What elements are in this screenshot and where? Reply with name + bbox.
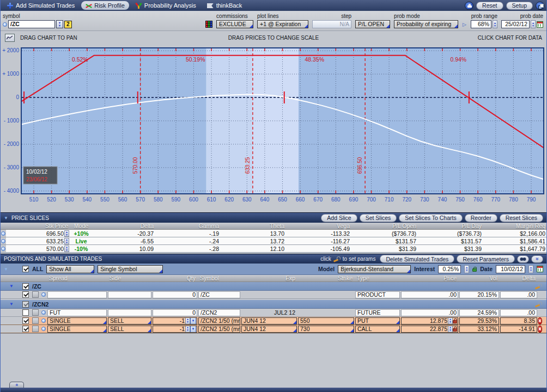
qty-cell[interactable]: -1▲▼▼ (153, 317, 197, 324)
collapse-triangle-icon[interactable]: ▼ (4, 267, 8, 272)
row-options-button[interactable] (32, 317, 39, 324)
slice-mode[interactable]: +10% (70, 230, 92, 237)
set-slices-to-charts-button[interactable]: Set Slices To Charts (399, 214, 462, 222)
collapse-triangle-icon[interactable]: ▼ (1, 284, 22, 289)
type-cell[interactable]: CALL (355, 326, 400, 333)
symbol-count-badge[interactable]: 2 (64, 21, 72, 28)
calendar-icon[interactable] (537, 266, 543, 272)
price-cell[interactable]: .00 (401, 291, 458, 298)
column-header-symbol[interactable]: Symbol (198, 275, 241, 281)
slice-bubble-icon[interactable] (1, 239, 5, 243)
slice-price-spinner[interactable]: ▲▼ (64, 238, 69, 244)
all-checkbox[interactable] (22, 266, 29, 272)
print-button[interactable] (465, 2, 473, 10)
model-dropdown[interactable]: Bjerksund-Stensland (338, 265, 411, 273)
prob-date-field[interactable]: 25/02/12 (501, 20, 530, 28)
expand-section-button[interactable]: « (531, 255, 543, 263)
delete-cell[interactable]: × (538, 326, 547, 332)
unlock-icon[interactable] (472, 268, 477, 272)
symbol-bubble-icon[interactable] (3, 22, 7, 27)
calendar-icon[interactable] (537, 21, 543, 28)
row-checkbox[interactable] (22, 309, 29, 316)
delete-simulated-trades-button[interactable]: Delete Simulated Trades (380, 255, 454, 263)
row-options-button[interactable] (32, 291, 39, 298)
slice-mode[interactable]: -10% (70, 246, 92, 252)
qty-spinner[interactable]: ▲▼ (185, 326, 190, 333)
column-header-spread[interactable]: Spread (47, 275, 107, 281)
prob-date-spinner[interactable]: ▲▼ (531, 20, 536, 28)
group-checkbox[interactable] (22, 283, 29, 290)
slice-bubble-icon[interactable] (1, 231, 5, 236)
reorder-button[interactable]: Reorder (465, 214, 497, 222)
column-header-mode[interactable]: Mode (70, 223, 92, 229)
spread-cell[interactable]: SINGLE (47, 317, 107, 324)
column-header-exp[interactable]: Exp (241, 275, 297, 281)
price-cell[interactable]: 22.875▲▼ (401, 326, 458, 333)
slice-price-cell[interactable]: 696.50▲▼ (6, 230, 70, 237)
price-cell[interactable]: .00 (401, 309, 458, 316)
column-header-p-l-open[interactable]: P/L Open (352, 223, 418, 229)
row-bubble-icon[interactable] (41, 327, 46, 331)
symbol-dropdown-button[interactable]: ▼▼ (56, 20, 63, 28)
column-header-stk-price[interactable]: Stk Price (6, 223, 70, 229)
commissions-dropdown[interactable]: EXCLUDE (216, 20, 253, 28)
price-cell[interactable]: 12.875▲▼ (401, 317, 458, 324)
column-header-type[interactable]: Type (355, 275, 400, 281)
slice-price-cell[interactable]: 570.00▲▼ (6, 246, 70, 252)
column-header-gamma[interactable]: Gamma (156, 223, 221, 229)
date-spinner[interactable]: ▲▼ (528, 265, 533, 273)
column-header-margin-req[interactable]: Margin Req (484, 223, 547, 229)
exp-cell[interactable]: JUN4 12 (241, 317, 297, 324)
column-header-theta[interactable]: Theta (221, 223, 287, 229)
delete-cell[interactable]: × (538, 317, 547, 324)
snapshot-button[interactable] (517, 255, 529, 263)
prob-range-spinner[interactable]: ▲▼ (493, 20, 497, 28)
side-cell[interactable]: SELL (108, 317, 151, 324)
tab-thinkback[interactable]: thinkBack (203, 1, 247, 10)
row-bubble-icon[interactable] (41, 318, 46, 323)
slice-price-spinner[interactable]: ▲▼ (64, 230, 69, 237)
row-checkbox[interactable] (22, 291, 29, 298)
delete-trade-button[interactable]: × (538, 317, 542, 324)
slice-bubble-icon[interactable] (1, 247, 5, 251)
row-checkbox[interactable] (22, 317, 29, 324)
restore-panel-tab[interactable]: « (9, 382, 24, 388)
row-bubble-icon[interactable] (41, 292, 46, 297)
column-header-qty[interactable]: Qty (152, 275, 198, 281)
side-cell[interactable]: SELL (108, 326, 151, 333)
collapse-triangle-icon[interactable]: ▼ (1, 302, 22, 307)
row-options-button[interactable] (32, 326, 39, 332)
expand-arrow-icon[interactable]: ▷ (463, 22, 466, 27)
qty-spinner[interactable]: ▲▼ (448, 317, 453, 324)
detach-window-button[interactable] (536, 2, 544, 10)
qty-spinner[interactable]: ▲▼ (185, 317, 190, 324)
tab-add-simulated-trades[interactable]: Add Simulated Trades (3, 1, 79, 10)
qty-cell[interactable]: 0 (153, 291, 197, 298)
plot-lines-dropdown[interactable]: +1 @ Expiration (257, 20, 308, 28)
lock-icon[interactable] (453, 328, 457, 332)
pl-mode-dropdown[interactable]: P/L OPEN (355, 20, 390, 28)
collapse-triangle-icon[interactable]: ▼ (4, 216, 8, 220)
interest-spinner[interactable]: ▲▼ (464, 265, 469, 273)
qty-dropdown-button[interactable]: ▼ (190, 326, 196, 333)
qty-cell[interactable]: 0 (153, 309, 197, 316)
show-all-dropdown[interactable]: Show All (46, 265, 94, 273)
interest-field[interactable]: 0.25% (438, 265, 461, 273)
row-bubble-icon[interactable] (41, 310, 46, 315)
lock-icon[interactable] (453, 320, 457, 323)
column-header-price[interactable]: Price (400, 275, 459, 281)
strike-cell[interactable]: 730 (298, 326, 354, 333)
column-header-delta[interactable]: Delta (92, 223, 156, 229)
qty-spinner[interactable]: ▲▼ (448, 326, 453, 333)
slice-mode[interactable]: Live (70, 238, 92, 244)
row-checkbox[interactable] (22, 326, 29, 332)
group-row-zcn2[interactable]: ▼/ZCN2 (1, 300, 546, 309)
column-header-vega[interactable]: Vega (287, 223, 352, 229)
slice-price-cell[interactable]: 633.25▲▼ (6, 238, 70, 244)
prob-range-field[interactable]: 68% (471, 20, 491, 28)
risk-profile-chart[interactable]: 570.00633.25696.500.52%50.19%48.35%0.94%… (1, 45, 547, 210)
tab-probability-analysis[interactable]: Probability Analysis (131, 1, 200, 10)
add-slice-button[interactable]: Add Slice (321, 214, 357, 222)
prob-mode-dropdown[interactable]: Probability of expiring (394, 20, 458, 28)
delete-trade-button[interactable]: × (538, 326, 542, 333)
